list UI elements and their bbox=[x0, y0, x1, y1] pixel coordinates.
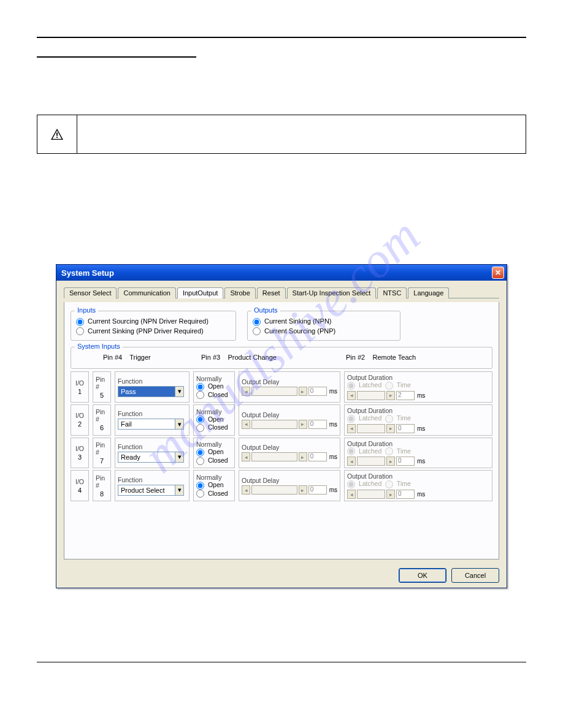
function-select[interactable]: Product Select▾ bbox=[118, 485, 184, 496]
pin3-text: Product Change bbox=[228, 354, 277, 361]
delay-value[interactable]: 0 bbox=[308, 420, 327, 429]
dur-slider[interactable] bbox=[357, 457, 385, 466]
tab-startup-inspection-select[interactable]: Start-Up Inspection Select bbox=[287, 287, 377, 298]
system-inputs-group: System Inputs Pin #4 Trigger Pin #3 Prod… bbox=[71, 347, 492, 369]
tab-sensor-select[interactable]: Sensor Select bbox=[64, 287, 117, 298]
duration-latched-radio[interactable]: Latched bbox=[347, 447, 381, 455]
duration-time-radio[interactable]: Time bbox=[385, 447, 411, 455]
dur-dec-button[interactable]: ◂ bbox=[347, 391, 356, 400]
delay-value[interactable]: 0 bbox=[308, 452, 327, 461]
duration-time-radio[interactable]: Time bbox=[385, 480, 411, 487]
duration-latched-radio[interactable]: Latched bbox=[347, 381, 381, 389]
pin2-text: Remote Teach bbox=[372, 354, 416, 361]
ms-label: ms bbox=[329, 453, 337, 460]
delay-dec-button[interactable]: ◂ bbox=[242, 387, 250, 396]
duration-time-radio[interactable]: Time bbox=[385, 414, 411, 422]
dur-inc-button[interactable]: ▸ bbox=[386, 490, 395, 499]
delay-value[interactable]: 0 bbox=[308, 387, 327, 396]
delay-slider[interactable] bbox=[251, 387, 297, 396]
dur-inc-button[interactable]: ▸ bbox=[386, 424, 395, 433]
normally-open-radio[interactable]: Open bbox=[196, 448, 232, 457]
function-cell: FunctionProduct Select▾ bbox=[115, 470, 190, 501]
normally-open-radio[interactable]: Open bbox=[196, 382, 232, 391]
pin3-label: Pin #3 bbox=[201, 354, 220, 361]
dur-dec-button[interactable]: ◂ bbox=[347, 424, 356, 433]
normally-closed-radio[interactable]: Closed bbox=[196, 391, 232, 400]
tab-strobe[interactable]: Strobe bbox=[224, 287, 255, 298]
closed-label: Closed bbox=[208, 391, 228, 398]
dur-dec-button[interactable]: ◂ bbox=[347, 490, 356, 499]
delay-slider[interactable] bbox=[251, 452, 297, 461]
normally-cell: Normally Open Closed bbox=[193, 470, 235, 501]
normally-closed-radio[interactable]: Closed bbox=[196, 423, 232, 432]
io-index-cell: I/O1 bbox=[71, 371, 89, 403]
system-setup-dialog: System Setup ✕ Sensor Select Communicati… bbox=[56, 264, 507, 588]
tab-input-output[interactable]: InputOutput bbox=[177, 287, 224, 298]
inputs-sinking-label: Current Sinking (PNP Driver Required) bbox=[88, 327, 204, 335]
inputs-sinking-radio[interactable]: Current Sinking (PNP Driver Required) bbox=[76, 327, 231, 336]
dur-value[interactable]: 0 bbox=[396, 457, 415, 466]
delay-inc-button[interactable]: ▸ bbox=[299, 387, 307, 396]
dur-value[interactable]: 0 bbox=[396, 490, 415, 499]
function-select[interactable]: Ready▾ bbox=[118, 452, 184, 463]
dur-inc-button[interactable]: ▸ bbox=[386, 457, 395, 466]
output-delay-cell: Output Delay◂▸0ms bbox=[239, 438, 340, 469]
function-select[interactable]: Fail▾ bbox=[118, 419, 184, 430]
dur-slider[interactable] bbox=[357, 391, 385, 400]
io-row: I/O3Pin #7FunctionReady▾Normally Open Cl… bbox=[71, 438, 492, 469]
chevron-down-icon: ▾ bbox=[175, 387, 183, 396]
delay-dec-button[interactable]: ◂ bbox=[242, 485, 250, 495]
note-text bbox=[77, 115, 526, 153]
delay-slider[interactable] bbox=[251, 420, 297, 429]
delay-dec-button[interactable]: ◂ bbox=[242, 452, 250, 461]
output-delay-cell: Output Delay◂▸0ms bbox=[239, 371, 340, 403]
close-button[interactable]: ✕ bbox=[492, 267, 504, 279]
tab-communication[interactable]: Communication bbox=[118, 287, 175, 298]
normally-closed-radio[interactable]: Closed bbox=[196, 457, 232, 465]
dur-slider[interactable] bbox=[357, 424, 385, 433]
delay-dec-button[interactable]: ◂ bbox=[242, 420, 250, 429]
pin-cell: Pin #5 bbox=[93, 371, 111, 403]
dur-value[interactable]: 2 bbox=[396, 391, 415, 400]
outputs-sinking-radio[interactable]: Current Sinking (NPN) bbox=[253, 317, 395, 326]
function-select[interactable]: Pass▾ bbox=[118, 386, 184, 397]
normally-open-radio[interactable]: Open bbox=[196, 415, 232, 424]
outputs-sourcing-radio-input[interactable] bbox=[253, 327, 261, 335]
ms-label: ms bbox=[329, 388, 337, 395]
function-value: Pass bbox=[118, 388, 138, 395]
normally-open-radio[interactable]: Open bbox=[196, 481, 232, 490]
outputs-group: Outputs Current Sinking (NPN) Current So… bbox=[247, 311, 400, 341]
tab-reset[interactable]: Reset bbox=[257, 287, 286, 298]
duration-latched-radio[interactable]: Latched bbox=[347, 414, 381, 422]
io-rows-container: I/O1Pin #5FunctionPass▾Normally Open Clo… bbox=[71, 371, 492, 501]
output-delay-cell: Output Delay◂▸0ms bbox=[239, 404, 340, 436]
delay-inc-button[interactable]: ▸ bbox=[299, 485, 307, 495]
inputs-sourcing-radio[interactable]: Current Sourcing (NPN Driver Required) bbox=[76, 317, 231, 326]
delay-slider[interactable] bbox=[251, 485, 297, 495]
dur-inc-button[interactable]: ▸ bbox=[386, 391, 395, 400]
delay-inc-button[interactable]: ▸ bbox=[299, 452, 307, 461]
ok-button[interactable]: OK bbox=[399, 568, 446, 583]
tab-ntsc[interactable]: NTSC bbox=[377, 287, 407, 298]
outputs-sinking-radio-input[interactable] bbox=[253, 318, 261, 326]
tab-language[interactable]: Language bbox=[408, 287, 449, 298]
ms-label: ms bbox=[329, 421, 337, 428]
inputs-sinking-radio-input[interactable] bbox=[76, 327, 84, 335]
dur-value[interactable]: 0 bbox=[396, 424, 415, 433]
page-top-rule bbox=[37, 37, 526, 38]
delay-inc-button[interactable]: ▸ bbox=[299, 420, 307, 429]
inputs-sourcing-radio-input[interactable] bbox=[76, 318, 84, 326]
chevron-down-icon: ▾ bbox=[175, 452, 183, 462]
delay-value[interactable]: 0 bbox=[308, 485, 327, 495]
duration-latched-radio[interactable]: Latched bbox=[347, 480, 381, 487]
dur-slider[interactable] bbox=[357, 490, 385, 499]
dur-dec-button[interactable]: ◂ bbox=[347, 457, 356, 466]
normally-closed-radio[interactable]: Closed bbox=[196, 490, 232, 498]
cancel-button[interactable]: Cancel bbox=[451, 568, 499, 583]
tab-strip: Sensor Select Communication InputOutput … bbox=[64, 287, 499, 298]
duration-time-radio[interactable]: Time bbox=[385, 381, 411, 389]
tab-page-input-output: Inputs Current Sourcing (NPN Driver Requ… bbox=[64, 302, 499, 559]
page-bottom-rule bbox=[37, 662, 526, 662]
outputs-sourcing-radio[interactable]: Current Sourcing (PNP) bbox=[253, 327, 395, 336]
window-title: System Setup bbox=[61, 268, 492, 278]
